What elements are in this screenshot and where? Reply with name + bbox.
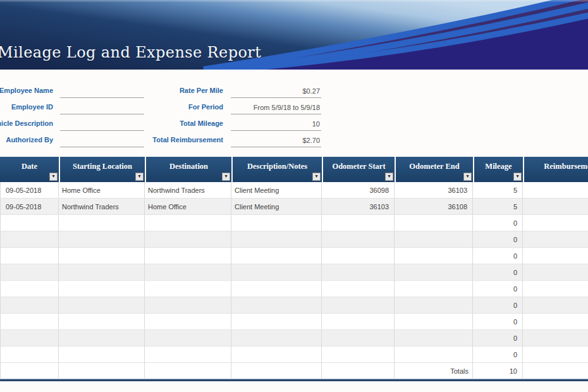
cell-odometer-start[interactable]: 36098 — [322, 182, 395, 199]
cell-empty[interactable] — [523, 363, 588, 379]
cell-description[interactable] — [231, 297, 322, 314]
filter-dropdown-icon[interactable]: ▾ — [49, 173, 58, 181]
cell-reimbursement[interactable] — [523, 330, 588, 346]
cell-reimbursement[interactable] — [523, 314, 588, 330]
cell-mileage[interactable]: 0 — [473, 281, 523, 297]
cell-mileage[interactable]: 5 — [473, 182, 523, 199]
cell-starting-location[interactable]: Northwind Traders — [59, 199, 145, 215]
cell-odometer-start[interactable] — [322, 346, 395, 363]
cell-date[interactable]: 09-05-2018 — [0, 182, 59, 199]
cell-odometer-start[interactable] — [322, 231, 395, 248]
cell-reimbursement[interactable] — [523, 215, 588, 231]
cell-odometer-end[interactable] — [395, 231, 473, 248]
column-header-description-notes[interactable]: Description/Notes▾ — [231, 157, 322, 182]
cell-odometer-end[interactable]: 36108 — [395, 199, 473, 215]
column-header-starting-location[interactable]: Starting Location▾ — [59, 157, 145, 182]
cell-description[interactable] — [231, 314, 322, 330]
cell-destination[interactable] — [145, 248, 231, 264]
cell-starting-location[interactable]: Home Office — [59, 182, 145, 199]
cell-date[interactable] — [0, 215, 59, 231]
cell-starting-location[interactable] — [59, 264, 145, 281]
cell-odometer-end[interactable] — [395, 330, 473, 346]
cell-reimbursement[interactable] — [523, 297, 588, 314]
cell-mileage[interactable]: 0 — [473, 330, 523, 346]
cell-description[interactable]: Client Meeting — [231, 199, 322, 215]
cell-odometer-start[interactable] — [322, 248, 395, 264]
column-header-reimbursement[interactable]: Reimbursement▾ — [523, 157, 588, 182]
cell-date[interactable] — [0, 264, 59, 281]
cell-destination[interactable] — [145, 281, 231, 297]
cell-date[interactable] — [0, 248, 59, 264]
cell-odometer-end[interactable] — [395, 248, 473, 264]
cell-date[interactable]: 09-05-2018 — [0, 199, 59, 215]
cell-odometer-end[interactable] — [395, 281, 473, 297]
cell-mileage[interactable]: 0 — [473, 297, 523, 314]
cell-starting-location[interactable] — [59, 231, 145, 248]
column-header-destination[interactable]: Destination▾ — [145, 157, 231, 182]
cell-empty[interactable] — [231, 363, 322, 379]
cell-odometer-start[interactable] — [322, 330, 395, 346]
cell-description[interactable] — [231, 281, 322, 297]
cell-empty[interactable] — [145, 363, 231, 379]
cell-date[interactable] — [0, 330, 59, 346]
cell-odometer-start[interactable] — [322, 264, 395, 281]
column-header-date[interactable]: Date▾ — [0, 157, 59, 182]
cell-description[interactable] — [231, 346, 322, 363]
cell-reimbursement[interactable] — [523, 264, 588, 281]
cell-date[interactable] — [0, 231, 59, 248]
cell-starting-location[interactable] — [59, 297, 145, 314]
cell-description[interactable] — [231, 231, 322, 248]
cell-starting-location[interactable] — [59, 346, 145, 363]
cell-mileage[interactable]: 0 — [473, 231, 523, 248]
cell-description[interactable] — [231, 248, 322, 264]
cell-reimbursement[interactable] — [523, 199, 588, 215]
cell-mileage[interactable]: 0 — [473, 346, 523, 363]
cell-odometer-start[interactable] — [322, 215, 395, 231]
cell-destination[interactable]: Home Office — [145, 199, 231, 215]
total-mileage-field[interactable]: 10 — [231, 120, 321, 131]
cell-odometer-start[interactable] — [322, 281, 395, 297]
filter-dropdown-icon[interactable]: ▾ — [312, 173, 321, 181]
cell-empty[interactable] — [59, 363, 145, 379]
cell-starting-location[interactable] — [59, 215, 145, 231]
column-header-mileage[interactable]: Mileage▾ — [473, 157, 523, 182]
cell-reimbursement[interactable] — [523, 281, 588, 297]
for-period-field[interactable]: From 5/9/18 to 5/9/18 — [231, 104, 321, 114]
cell-odometer-end[interactable] — [395, 215, 473, 231]
cell-destination[interactable] — [145, 215, 231, 231]
cell-destination[interactable] — [145, 231, 231, 248]
cell-odometer-start[interactable] — [322, 297, 395, 314]
filter-dropdown-icon[interactable]: ▾ — [463, 173, 472, 181]
cell-date[interactable] — [0, 314, 59, 330]
filter-dropdown-icon[interactable]: ▾ — [135, 173, 144, 181]
cell-mileage[interactable]: 0 — [473, 314, 523, 330]
filter-dropdown-icon[interactable]: ▾ — [222, 173, 230, 181]
cell-reimbursement[interactable] — [523, 231, 588, 248]
cell-starting-location[interactable] — [59, 281, 145, 297]
cell-empty[interactable] — [322, 363, 395, 379]
cell-odometer-end[interactable]: 36103 — [395, 182, 473, 199]
cell-description[interactable] — [231, 330, 322, 346]
cell-description[interactable] — [231, 264, 322, 281]
cell-empty[interactable] — [0, 363, 59, 379]
cell-destination[interactable] — [145, 330, 231, 346]
cell-odometer-start[interactable] — [322, 314, 395, 330]
cell-starting-location[interactable] — [59, 314, 145, 330]
cell-odometer-end[interactable] — [395, 297, 473, 314]
cell-reimbursement[interactable] — [523, 182, 588, 199]
cell-description[interactable] — [231, 215, 322, 231]
cell-destination[interactable] — [145, 297, 231, 314]
cell-mileage[interactable]: 0 — [473, 248, 523, 264]
cell-mileage[interactable]: 0 — [473, 264, 523, 281]
cell-starting-location[interactable] — [59, 248, 145, 264]
cell-description[interactable]: Client Meeting — [231, 182, 322, 199]
column-header-odometer-end[interactable]: Odometer End▾ — [395, 157, 473, 182]
cell-destination[interactable] — [145, 314, 231, 330]
cell-destination[interactable]: Northwind Traders — [145, 182, 231, 199]
cell-mileage[interactable]: 0 — [473, 215, 523, 231]
filter-dropdown-icon[interactable]: ▾ — [385, 173, 393, 181]
cell-date[interactable] — [0, 281, 59, 297]
cell-reimbursement[interactable] — [523, 248, 588, 264]
cell-odometer-start[interactable]: 36103 — [322, 199, 395, 215]
cell-odometer-end[interactable] — [395, 314, 473, 330]
